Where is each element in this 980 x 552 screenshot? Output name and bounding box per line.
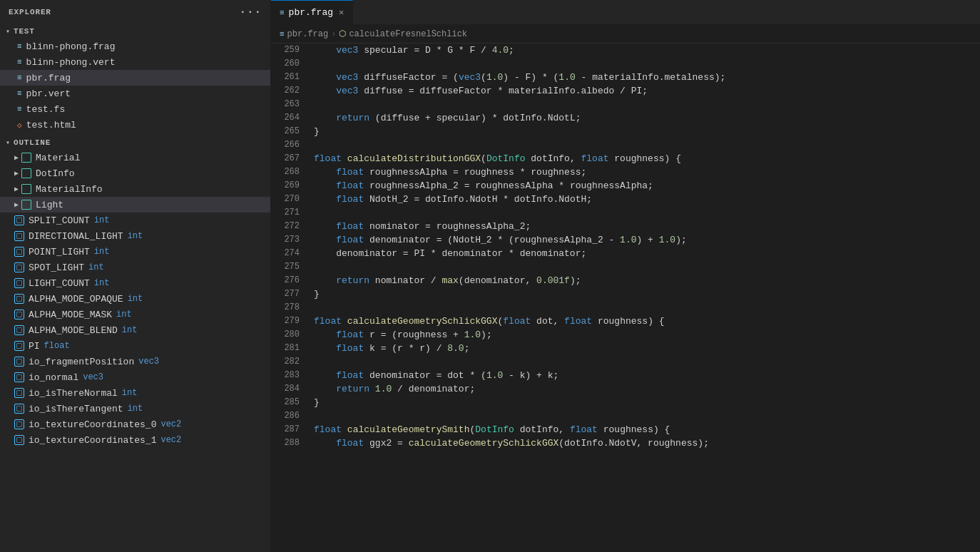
code-editor[interactable]: 259 260 261 262 263 264 265 266 267 268 … [271, 44, 980, 552]
code-text-263 [314, 99, 320, 110]
code-line-273: float denominator = (NdotH_2 * (roughnes… [314, 233, 974, 247]
file-icon-html: ◇ [17, 121, 22, 130]
code-line-262: vec3 diffuse = diffuseFactor * materialI… [314, 84, 974, 98]
io-normal-type: vec3 [83, 372, 103, 382]
code-line-266 [314, 138, 974, 152]
outline-section-title[interactable]: ▾ OUTLINE [0, 136, 270, 150]
test-section-title[interactable]: ▾ TEST [0, 24, 270, 39]
directional-light-label: DIRECTIONAL_LIGHT [29, 231, 123, 242]
outline-materialinfo[interactable]: ▶ MaterialInfo [0, 181, 270, 197]
ln-276: 276 [280, 274, 300, 287]
outline-io-normal[interactable]: io_normal vec3 [0, 369, 270, 385]
alpha-mask-icon [14, 310, 24, 320]
outline-io-tex-coord-0[interactable]: io_textureCoordinates_0 vec2 [0, 416, 270, 432]
outline-spot-light[interactable]: SPOT_LIGHT int [0, 260, 270, 275]
file-name-2: blinn-phong.vert [26, 57, 116, 68]
file-name-5: test.fs [26, 104, 66, 115]
io-is-there-tangent-type: int [128, 404, 143, 414]
file-pbr-frag[interactable]: ≡ pbr.frag [0, 70, 270, 86]
tab-bar: ≡ pbr.frag ✕ [271, 0, 980, 25]
outline-alpha-mask[interactable]: ALPHA_MODE_MASK int [0, 307, 270, 322]
io-tex-coord-0-label: io_textureCoordinates_0 [29, 419, 156, 430]
line-numbers: 259 260 261 262 263 264 265 266 267 268 … [271, 44, 308, 552]
file-name-3: pbr.frag [26, 73, 71, 83]
outline-light[interactable]: ▶ Light [0, 197, 270, 213]
explorer-header-icons: ··· [240, 6, 262, 19]
io-tex-coord-1-icon [14, 435, 24, 445]
file-blinn-phong-vert[interactable]: ≡ blinn-phong.vert [0, 54, 270, 70]
breadcrumb-func-text: calculateFresnelSchlick [349, 29, 467, 39]
breadcrumb-func[interactable]: ⬡ calculateFresnelSchlick [339, 29, 467, 39]
code-text-260 [314, 58, 320, 69]
ln-277: 277 [280, 287, 300, 301]
code-content[interactable]: vec3 specular = D * G * F / 4.0; vec3 di… [308, 44, 980, 552]
editor-area: ≡ pbr.frag ✕ ≡ pbr.frag › ⬡ calculateFre… [271, 0, 980, 552]
code-text-259: vec3 specular = D * G * F / 4.0; [314, 45, 514, 56]
outline-dotinfo[interactable]: ▶ DotInfo [0, 165, 270, 181]
file-name-6: test.html [26, 120, 76, 131]
io-normal-icon [14, 372, 24, 382]
alpha-opaque-icon [14, 294, 24, 304]
outline-alpha-opaque[interactable]: ALPHA_MODE_OPAQUE int [0, 291, 270, 307]
outline-point-light[interactable]: POINT_LIGHT int [0, 244, 270, 260]
ln-285: 285 [280, 396, 300, 409]
io-tex-coord-0-icon [14, 419, 24, 429]
ln-280: 280 [280, 328, 300, 342]
outline-io-is-there-normal[interactable]: io_isThereNormal int [0, 385, 270, 401]
ln-274: 274 [280, 247, 300, 260]
file-test-fs[interactable]: ≡ test.fs [0, 101, 270, 117]
outline-material[interactable]: ▶ Material [0, 150, 270, 165]
outline-io-fragment-position[interactable]: io_fragmentPosition vec3 [0, 354, 270, 369]
breadcrumb-file[interactable]: ≡ pbr.frag [280, 29, 328, 39]
light-label: Light [36, 200, 63, 210]
file-blinn-phong-frag[interactable]: ≡ blinn-phong.frag [0, 39, 270, 54]
file-tree-section: ▾ TEST ≡ blinn-phong.frag ≡ blinn-phong.… [0, 24, 270, 552]
ln-288: 288 [280, 436, 300, 450]
light-count-icon [14, 278, 24, 288]
outline-alpha-blend[interactable]: ALPHA_MODE_BLEND int [0, 322, 270, 338]
outline-directional-light[interactable]: DIRECTIONAL_LIGHT int [0, 228, 270, 244]
outline-light-count[interactable]: LIGHT_COUNT int [0, 275, 270, 291]
outline-split-count[interactable]: SPLIT_COUNT int [0, 213, 270, 228]
explorer-header: EXPLORER ··· [0, 0, 270, 24]
more-icon[interactable]: ··· [240, 6, 262, 19]
outline-io-tex-coord-1[interactable]: io_textureCoordinates_1 vec2 [0, 432, 270, 448]
light-chevron: ▶ [14, 200, 19, 209]
ln-261: 261 [280, 71, 300, 84]
io-is-there-tangent-icon [14, 404, 24, 414]
file-name-4: pbr.vert [26, 88, 71, 99]
code-text-285: } [314, 397, 320, 408]
outline-pi[interactable]: PI float [0, 338, 270, 354]
code-line-275 [314, 260, 974, 274]
io-tex-coord-1-type: vec2 [160, 435, 181, 445]
file-pbr-vert[interactable]: ≡ pbr.vert [0, 86, 270, 101]
io-frag-pos-type: vec3 [138, 357, 159, 367]
tab-close-button[interactable]: ✕ [339, 7, 344, 18]
file-icon-frag1: ≡ [17, 42, 22, 51]
alpha-mask-label: ALPHA_MODE_MASK [29, 310, 112, 320]
code-line-276: return nominator / max(denominator, 0.00… [314, 274, 974, 287]
ln-273: 273 [280, 233, 300, 247]
code-line-265: } [314, 125, 974, 138]
file-list: ≡ blinn-phong.frag ≡ blinn-phong.vert ≡ … [0, 39, 270, 133]
code-line-268: float roughnessAlpha = roughness * rough… [314, 165, 974, 179]
code-text-266 [314, 140, 320, 150]
code-line-285: } [314, 396, 974, 409]
code-text-274: denominator = PI * denominator * denomin… [314, 248, 586, 259]
file-test-html[interactable]: ◇ test.html [0, 117, 270, 133]
outline-io-is-there-tangent[interactable]: io_isThereTangent int [0, 401, 270, 416]
io-is-there-normal-type: int [122, 388, 138, 398]
code-text-286 [314, 411, 320, 421]
light-count-label: LIGHT_COUNT [29, 278, 90, 289]
code-line-272: float nominator = roughnessAlpha_2; [314, 220, 974, 233]
outline-label: OUTLINE [14, 138, 51, 147]
alpha-opaque-type: int [128, 294, 143, 304]
code-line-287: float calculateGeometrySmith(DotInfo dot… [314, 423, 974, 436]
code-line-270: float NdotH_2 = dotInfo.NdotH * dotInfo.… [314, 193, 974, 206]
ln-259: 259 [280, 44, 300, 57]
spot-light-type: int [88, 262, 104, 272]
code-line-283: float denominator = dot * (1.0 - k) + k; [314, 369, 974, 382]
tab-pbr-frag[interactable]: ≡ pbr.frag ✕ [271, 0, 353, 25]
point-light-icon [14, 247, 24, 257]
code-line-280: float r = (roughness + 1.0); [314, 328, 974, 342]
